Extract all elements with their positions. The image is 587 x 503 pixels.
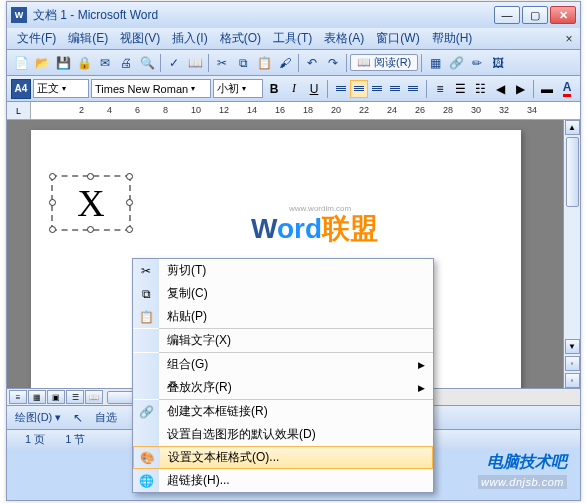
numbering-icon[interactable]: ☰ (451, 80, 469, 98)
normal-view-button[interactable]: ≡ (9, 390, 27, 404)
scroll-down-button[interactable]: ▼ (565, 339, 580, 354)
status-section: 1 节 (55, 432, 95, 447)
menu-table[interactable]: 表格(A) (318, 28, 370, 49)
resize-handle-tm[interactable] (87, 173, 94, 180)
copy-icon[interactable]: ⧉ (233, 53, 253, 73)
open-icon[interactable]: 📂 (32, 53, 52, 73)
resize-handle-tr[interactable] (126, 173, 133, 180)
ctx-autoshape-defaults[interactable]: 设置自选图形的默认效果(D) (133, 423, 433, 446)
select-objects-icon[interactable]: ↖ (68, 408, 88, 428)
minimize-button[interactable]: — (494, 6, 520, 24)
formatting-toolbar: A4 正文▾ Times New Roman▾ 小初▾ B I U ≡ ☰ ☷ … (7, 76, 580, 102)
font-size-combo[interactable]: 小初▾ (213, 79, 263, 98)
italic-button[interactable]: I (285, 80, 303, 98)
align-distribute-button[interactable] (404, 80, 422, 98)
format-painter-icon[interactable]: 🖌 (275, 53, 295, 73)
autoshapes-menu[interactable]: 自选 (91, 410, 121, 425)
styles-pane-icon[interactable]: A4 (11, 79, 31, 99)
app-icon: W (11, 7, 27, 23)
status-page: 1 页 (15, 432, 55, 447)
menu-insert[interactable]: 插入(I) (166, 28, 213, 49)
mail-icon[interactable]: ✉ (95, 53, 115, 73)
research-icon[interactable]: 📖 (185, 53, 205, 73)
menu-edit[interactable]: 编辑(E) (62, 28, 114, 49)
resize-handle-bl[interactable] (49, 226, 56, 233)
selected-textbox[interactable]: X (51, 175, 131, 231)
font-color-button[interactable]: A (558, 80, 576, 98)
close-button[interactable]: ✕ (550, 6, 576, 24)
standard-toolbar: 📄 📂 💾 🔒 ✉ 🖨 🔍 ✓ 📖 ✂ ⧉ 📋 🖌 ↶ ↷ 📖阅读(R) ▦ 🔗… (7, 50, 580, 76)
format-icon: 🎨 (134, 447, 160, 468)
align-right-button[interactable] (368, 80, 386, 98)
font-combo[interactable]: Times New Roman▾ (91, 79, 211, 98)
save-icon[interactable]: 💾 (53, 53, 73, 73)
ctx-cut[interactable]: ✂剪切(T) (133, 259, 433, 282)
wordlm-watermark: Word联盟 (251, 210, 378, 248)
context-menu: ✂剪切(T) ⧉复制(C) 📋粘贴(P) 编辑文字(X) 组合(G)▶ 叠放次序… (132, 258, 434, 493)
horizontal-ruler[interactable]: L 246810121416182022242628303234 (7, 102, 580, 120)
menu-window[interactable]: 窗口(W) (370, 28, 425, 49)
resize-handle-ml[interactable] (49, 199, 56, 206)
ctx-copy[interactable]: ⧉复制(C) (133, 282, 433, 305)
decrease-indent-icon[interactable]: ◀ (491, 80, 509, 98)
footer-watermark: 电脑技术吧 (487, 452, 567, 473)
menu-tools[interactable]: 工具(T) (267, 28, 318, 49)
align-center-button[interactable] (350, 80, 368, 98)
spell-icon[interactable]: ✓ (164, 53, 184, 73)
underline-button[interactable]: U (305, 80, 323, 98)
align-justify-button[interactable] (386, 80, 404, 98)
resize-handle-tl[interactable] (49, 173, 56, 180)
align-left-button[interactable] (332, 80, 350, 98)
prev-page-button[interactable]: ◦ (565, 356, 580, 371)
ruler-marks: 246810121416182022242628303234 (79, 102, 580, 119)
hyperlink-icon[interactable]: 🔗 (446, 53, 466, 73)
bold-button[interactable]: B (265, 80, 283, 98)
line-spacing-icon[interactable]: ≡ (431, 80, 449, 98)
menu-help[interactable]: 帮助(H) (426, 28, 479, 49)
resize-handle-mr[interactable] (126, 199, 133, 206)
print-view-button[interactable]: ▣ (47, 390, 65, 404)
maximize-button[interactable]: ▢ (522, 6, 548, 24)
paste-icon: 📋 (133, 305, 159, 328)
draw-menu[interactable]: 绘图(D) ▾ (11, 410, 65, 425)
increase-indent-icon[interactable]: ▶ (511, 80, 529, 98)
next-page-button[interactable]: ◦ (565, 373, 580, 388)
paste-icon[interactable]: 📋 (254, 53, 274, 73)
ctx-group[interactable]: 组合(G)▶ (133, 353, 433, 376)
resize-handle-br[interactable] (126, 226, 133, 233)
vertical-scrollbar[interactable]: ▲ ▼ ◦ ◦ (563, 120, 580, 388)
menu-format[interactable]: 格式(O) (214, 28, 267, 49)
scroll-thumb[interactable] (566, 137, 579, 207)
style-combo[interactable]: 正文▾ (33, 79, 89, 98)
bullets-icon[interactable]: ☷ (471, 80, 489, 98)
hyperlink-icon: 🌐 (133, 469, 159, 492)
ctx-format-textbox[interactable]: 🎨设置文本框格式(O)... (133, 446, 433, 469)
ctx-hyperlink[interactable]: 🌐超链接(H)... (133, 469, 433, 492)
web-view-button[interactable]: ▦ (28, 390, 46, 404)
resize-handle-bm[interactable] (87, 226, 94, 233)
menu-close-icon[interactable]: × (562, 32, 576, 46)
drawing-icon[interactable]: ✏ (467, 53, 487, 73)
undo-icon[interactable]: ↶ (302, 53, 322, 73)
highlight-icon[interactable]: ▬ (538, 80, 556, 98)
ctx-edit-text[interactable]: 编辑文字(X) (133, 329, 433, 352)
reading-mode-button[interactable]: 📖阅读(R) (350, 54, 418, 71)
ctx-paste[interactable]: 📋粘贴(P) (133, 305, 433, 328)
link-icon: 🔗 (133, 400, 159, 423)
menu-file[interactable]: 文件(F) (11, 28, 62, 49)
menu-view[interactable]: 视图(V) (114, 28, 166, 49)
outline-view-button[interactable]: ☰ (66, 390, 84, 404)
permission-icon[interactable]: 🔒 (74, 53, 94, 73)
cut-icon[interactable]: ✂ (212, 53, 232, 73)
ctx-create-link[interactable]: 🔗创建文本框链接(R) (133, 400, 433, 423)
reading-view-button[interactable]: 📖 (85, 390, 103, 404)
ctx-order[interactable]: 叠放次序(R)▶ (133, 376, 433, 399)
new-doc-icon[interactable]: 📄 (11, 53, 31, 73)
scroll-up-button[interactable]: ▲ (565, 120, 580, 135)
redo-icon[interactable]: ↷ (323, 53, 343, 73)
print-icon[interactable]: 🖨 (116, 53, 136, 73)
preview-icon[interactable]: 🔍 (137, 53, 157, 73)
picture-icon[interactable]: 🖼 (488, 53, 508, 73)
table-icon[interactable]: ▦ (425, 53, 445, 73)
cut-icon: ✂ (133, 259, 159, 282)
